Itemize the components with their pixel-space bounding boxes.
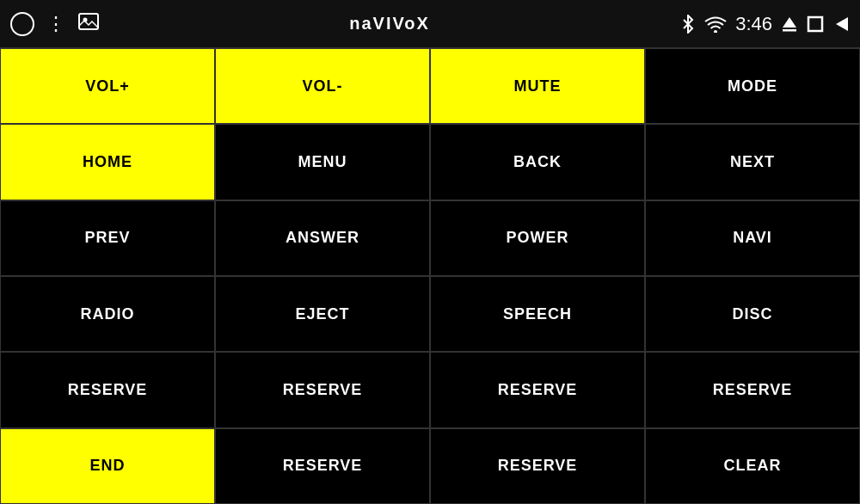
grid-cell-r0-c1[interactable]: VOL- <box>215 48 430 124</box>
svg-rect-5 <box>808 17 822 31</box>
grid-cell-r5-c2[interactable]: RESERVE <box>430 428 645 504</box>
button-grid: VOL+VOL-MUTEMODEHOMEMENUBACKNEXTPREVANSW… <box>0 47 860 504</box>
grid-cell-r0-c0[interactable]: VOL+ <box>0 48 215 124</box>
grid-cell-r2-c1[interactable]: ANSWER <box>215 200 430 276</box>
grid-cell-r3-c3[interactable]: DISC <box>645 276 860 352</box>
grid-cell-r2-c0[interactable]: PREV <box>0 200 215 276</box>
grid-cell-r1-c3[interactable]: NEXT <box>645 124 860 200</box>
grid-cell-r3-c1[interactable]: EJECT <box>215 276 430 352</box>
grid-cell-r5-c3[interactable]: CLEAR <box>645 428 860 504</box>
grid-cell-r1-c2[interactable]: BACK <box>430 124 645 200</box>
dots-icon: ⋮ <box>46 13 66 35</box>
grid-cell-r4-c1[interactable]: RESERVE <box>215 352 430 427</box>
bluetooth-icon <box>680 15 696 34</box>
grid-cell-r4-c2[interactable]: RESERVE <box>430 352 645 427</box>
svg-rect-4 <box>783 29 796 32</box>
svg-marker-3 <box>783 17 796 28</box>
grid-cell-r0-c2[interactable]: MUTE <box>430 48 645 124</box>
square-icon <box>807 15 824 33</box>
status-left-icons: ⋮ <box>10 12 99 36</box>
wifi-icon <box>704 15 727 33</box>
svg-rect-0 <box>79 14 98 29</box>
grid-cell-r5-c1[interactable]: RESERVE <box>215 428 430 504</box>
image-icon <box>78 13 99 34</box>
grid-cell-r1-c0[interactable]: HOME <box>0 124 215 200</box>
grid-cell-r4-c3[interactable]: RESERVE <box>645 352 860 427</box>
status-right-icons: 3:46 <box>680 13 850 35</box>
grid-cell-r4-c0[interactable]: RESERVE <box>0 352 215 427</box>
grid-cell-r3-c0[interactable]: RADIO <box>0 276 215 352</box>
grid-cell-r2-c3[interactable]: NAVI <box>645 200 860 276</box>
circle-icon <box>10 12 34 36</box>
brand-logo: naVIVoX <box>349 14 430 34</box>
status-center: naVIVoX <box>349 14 430 34</box>
svg-marker-6 <box>836 17 848 31</box>
back-nav-icon <box>832 15 850 33</box>
grid-cell-r0-c3[interactable]: MODE <box>645 48 860 124</box>
grid-cell-r1-c1[interactable]: MENU <box>215 124 430 200</box>
grid-cell-r3-c2[interactable]: SPEECH <box>430 276 645 352</box>
status-bar: ⋮ naVIVoX 3:46 <box>0 0 860 47</box>
grid-cell-r5-c0[interactable]: END <box>0 428 215 504</box>
clock: 3:46 <box>735 13 772 35</box>
grid-cell-r2-c2[interactable]: POWER <box>430 200 645 276</box>
eject-icon <box>781 15 798 33</box>
svg-point-2 <box>714 30 717 33</box>
